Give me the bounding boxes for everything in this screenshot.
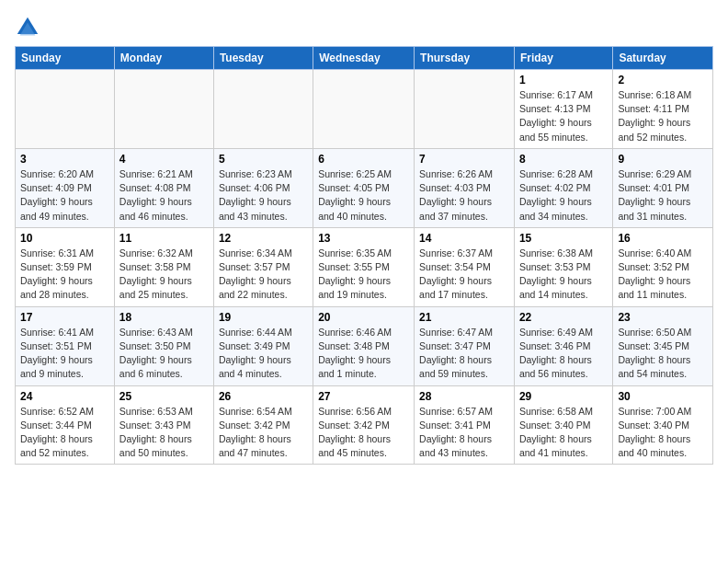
day-info: Sunrise: 6:34 AM Sunset: 3:57 PM Dayligh…	[219, 247, 308, 303]
day-info: Sunrise: 6:58 AM Sunset: 3:40 PM Dayligh…	[519, 405, 608, 461]
day-number: 27	[318, 390, 409, 403]
day-number: 23	[618, 311, 708, 324]
day-number: 6	[318, 153, 409, 166]
weekday-header-wednesday: Wednesday	[313, 47, 415, 70]
calendar-cell: 4Sunrise: 6:21 AM Sunset: 4:08 PM Daylig…	[114, 148, 213, 227]
day-number: 29	[519, 390, 608, 403]
day-number: 28	[419, 390, 509, 403]
day-info: Sunrise: 6:37 AM Sunset: 3:54 PM Dayligh…	[419, 247, 509, 303]
weekday-header-thursday: Thursday	[415, 47, 515, 70]
day-info: Sunrise: 6:17 AM Sunset: 4:13 PM Dayligh…	[519, 88, 608, 144]
day-info: Sunrise: 6:44 AM Sunset: 3:49 PM Dayligh…	[219, 326, 308, 382]
weekday-header-monday: Monday	[114, 47, 213, 70]
calendar-cell: 1Sunrise: 6:17 AM Sunset: 4:13 PM Daylig…	[514, 70, 612, 149]
weekday-header-saturday: Saturday	[613, 47, 713, 70]
calendar-cell: 30Sunrise: 7:00 AM Sunset: 3:40 PM Dayli…	[613, 385, 713, 465]
day-info: Sunrise: 6:28 AM Sunset: 4:02 PM Dayligh…	[519, 167, 608, 224]
calendar-cell	[16, 70, 115, 149]
calendar-cell	[415, 70, 515, 149]
day-info: Sunrise: 6:49 AM Sunset: 3:46 PM Dayligh…	[519, 326, 608, 382]
weekday-header-tuesday: Tuesday	[213, 47, 313, 70]
day-number: 10	[20, 232, 109, 245]
day-number: 20	[318, 311, 409, 324]
day-info: Sunrise: 6:40 AM Sunset: 3:52 PM Dayligh…	[618, 247, 708, 303]
calendar-cell: 15Sunrise: 6:38 AM Sunset: 3:53 PM Dayli…	[514, 227, 612, 306]
calendar-cell	[114, 70, 213, 149]
calendar-cell: 11Sunrise: 6:32 AM Sunset: 3:58 PM Dayli…	[114, 227, 213, 306]
day-info: Sunrise: 6:26 AM Sunset: 4:03 PM Dayligh…	[419, 167, 509, 224]
day-number: 12	[219, 232, 308, 245]
day-info: Sunrise: 6:53 AM Sunset: 3:43 PM Dayligh…	[119, 405, 209, 461]
calendar-cell: 3Sunrise: 6:20 AM Sunset: 4:09 PM Daylig…	[16, 148, 115, 227]
calendar-cell: 10Sunrise: 6:31 AM Sunset: 3:59 PM Dayli…	[16, 227, 115, 306]
day-number: 22	[519, 311, 608, 324]
calendar-cell: 8Sunrise: 6:28 AM Sunset: 4:02 PM Daylig…	[514, 148, 612, 227]
day-number: 3	[20, 153, 109, 166]
day-info: Sunrise: 6:57 AM Sunset: 3:41 PM Dayligh…	[419, 405, 509, 461]
calendar-cell: 25Sunrise: 6:53 AM Sunset: 3:43 PM Dayli…	[114, 385, 213, 465]
day-info: Sunrise: 6:54 AM Sunset: 3:42 PM Dayligh…	[219, 405, 308, 461]
logo	[15, 15, 44, 40]
day-info: Sunrise: 6:32 AM Sunset: 3:58 PM Dayligh…	[119, 247, 209, 303]
calendar-cell: 2Sunrise: 6:18 AM Sunset: 4:11 PM Daylig…	[613, 70, 713, 149]
day-info: Sunrise: 6:31 AM Sunset: 3:59 PM Dayligh…	[20, 247, 109, 303]
day-number: 4	[119, 153, 209, 166]
day-number: 15	[519, 232, 608, 245]
day-info: Sunrise: 6:46 AM Sunset: 3:48 PM Dayligh…	[318, 326, 409, 382]
day-number: 26	[219, 390, 308, 403]
day-info: Sunrise: 6:18 AM Sunset: 4:11 PM Dayligh…	[618, 88, 708, 144]
day-info: Sunrise: 6:20 AM Sunset: 4:09 PM Dayligh…	[20, 167, 109, 224]
day-info: Sunrise: 6:21 AM Sunset: 4:08 PM Dayligh…	[119, 167, 209, 224]
day-number: 17	[20, 311, 109, 324]
day-info: Sunrise: 6:23 AM Sunset: 4:06 PM Dayligh…	[219, 167, 308, 224]
day-number: 19	[219, 311, 308, 324]
day-info: Sunrise: 6:35 AM Sunset: 3:55 PM Dayligh…	[318, 247, 409, 303]
day-number: 2	[618, 74, 708, 86]
calendar-week-row: 17Sunrise: 6:41 AM Sunset: 3:51 PM Dayli…	[16, 306, 713, 385]
day-info: Sunrise: 6:38 AM Sunset: 3:53 PM Dayligh…	[519, 247, 608, 303]
day-number: 16	[618, 232, 708, 245]
day-number: 14	[419, 232, 509, 245]
day-info: Sunrise: 6:52 AM Sunset: 3:44 PM Dayligh…	[20, 405, 109, 461]
day-number: 24	[20, 390, 109, 403]
day-number: 21	[419, 311, 509, 324]
calendar-cell: 24Sunrise: 6:52 AM Sunset: 3:44 PM Dayli…	[16, 385, 115, 465]
day-number: 13	[318, 232, 409, 245]
calendar-cell: 18Sunrise: 6:43 AM Sunset: 3:50 PM Dayli…	[114, 306, 213, 385]
calendar-cell: 6Sunrise: 6:25 AM Sunset: 4:05 PM Daylig…	[313, 148, 415, 227]
logo-icon	[15, 15, 40, 40]
calendar-cell: 21Sunrise: 6:47 AM Sunset: 3:47 PM Dayli…	[415, 306, 515, 385]
calendar-cell: 17Sunrise: 6:41 AM Sunset: 3:51 PM Dayli…	[16, 306, 115, 385]
calendar-cell: 5Sunrise: 6:23 AM Sunset: 4:06 PM Daylig…	[213, 148, 313, 227]
weekday-header-friday: Friday	[514, 47, 612, 70]
day-info: Sunrise: 6:29 AM Sunset: 4:01 PM Dayligh…	[618, 167, 708, 224]
calendar-cell: 29Sunrise: 6:58 AM Sunset: 3:40 PM Dayli…	[514, 385, 612, 465]
calendar-cell: 14Sunrise: 6:37 AM Sunset: 3:54 PM Dayli…	[415, 227, 515, 306]
day-info: Sunrise: 6:43 AM Sunset: 3:50 PM Dayligh…	[119, 326, 209, 382]
day-info: Sunrise: 6:41 AM Sunset: 3:51 PM Dayligh…	[20, 326, 109, 382]
day-number: 30	[618, 390, 708, 403]
day-number: 7	[419, 153, 509, 166]
day-number: 9	[618, 153, 708, 166]
day-number: 18	[119, 311, 209, 324]
calendar-cell	[313, 70, 415, 149]
calendar-cell: 12Sunrise: 6:34 AM Sunset: 3:57 PM Dayli…	[213, 227, 313, 306]
calendar-week-row: 24Sunrise: 6:52 AM Sunset: 3:44 PM Dayli…	[16, 385, 713, 465]
day-number: 5	[219, 153, 308, 166]
calendar-cell	[213, 70, 313, 149]
weekday-header-row: SundayMondayTuesdayWednesdayThursdayFrid…	[16, 47, 713, 70]
day-info: Sunrise: 6:50 AM Sunset: 3:45 PM Dayligh…	[618, 326, 708, 382]
calendar-cell: 19Sunrise: 6:44 AM Sunset: 3:49 PM Dayli…	[213, 306, 313, 385]
calendar-cell: 16Sunrise: 6:40 AM Sunset: 3:52 PM Dayli…	[613, 227, 713, 306]
calendar-week-row: 10Sunrise: 6:31 AM Sunset: 3:59 PM Dayli…	[16, 227, 713, 306]
calendar-cell: 23Sunrise: 6:50 AM Sunset: 3:45 PM Dayli…	[613, 306, 713, 385]
day-number: 11	[119, 232, 209, 245]
calendar-cell: 22Sunrise: 6:49 AM Sunset: 3:46 PM Dayli…	[514, 306, 612, 385]
calendar-cell: 20Sunrise: 6:46 AM Sunset: 3:48 PM Dayli…	[313, 306, 415, 385]
calendar-week-row: 3Sunrise: 6:20 AM Sunset: 4:09 PM Daylig…	[16, 148, 713, 227]
day-number: 8	[519, 153, 608, 166]
day-info: Sunrise: 6:56 AM Sunset: 3:42 PM Dayligh…	[318, 405, 409, 461]
calendar-cell: 28Sunrise: 6:57 AM Sunset: 3:41 PM Dayli…	[415, 385, 515, 465]
calendar-cell: 27Sunrise: 6:56 AM Sunset: 3:42 PM Dayli…	[313, 385, 415, 465]
calendar-cell: 7Sunrise: 6:26 AM Sunset: 4:03 PM Daylig…	[415, 148, 515, 227]
